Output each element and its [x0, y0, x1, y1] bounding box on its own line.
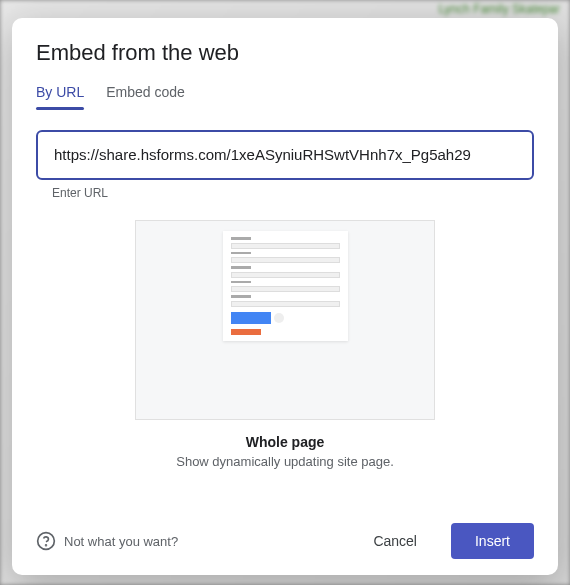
- svg-point-1: [46, 545, 47, 546]
- url-helper-text: Enter URL: [52, 186, 534, 200]
- embed-dialog: Embed from the web By URL Embed code Ent…: [12, 18, 558, 575]
- help-icon: [36, 531, 56, 551]
- preview-form-mock: [223, 231, 348, 341]
- url-input-container[interactable]: [36, 130, 534, 180]
- preview-frame: [135, 220, 435, 420]
- url-input[interactable]: [54, 146, 516, 163]
- dialog-title: Embed from the web: [36, 40, 534, 66]
- cancel-button[interactable]: Cancel: [349, 523, 441, 559]
- preview-title: Whole page: [246, 434, 325, 450]
- tab-by-url[interactable]: By URL: [36, 84, 84, 110]
- help-link[interactable]: Not what you want?: [36, 531, 178, 551]
- help-text: Not what you want?: [64, 534, 178, 549]
- map-label: Lynch Family Skatepar: [438, 2, 560, 16]
- dialog-footer: Not what you want? Cancel Insert: [36, 523, 534, 559]
- preview-container: Whole page Show dynamically updating sit…: [36, 220, 534, 469]
- preview-subtitle: Show dynamically updating site page.: [176, 454, 394, 469]
- tab-embed-code[interactable]: Embed code: [106, 84, 185, 110]
- insert-button[interactable]: Insert: [451, 523, 534, 559]
- tabs: By URL Embed code: [36, 84, 534, 110]
